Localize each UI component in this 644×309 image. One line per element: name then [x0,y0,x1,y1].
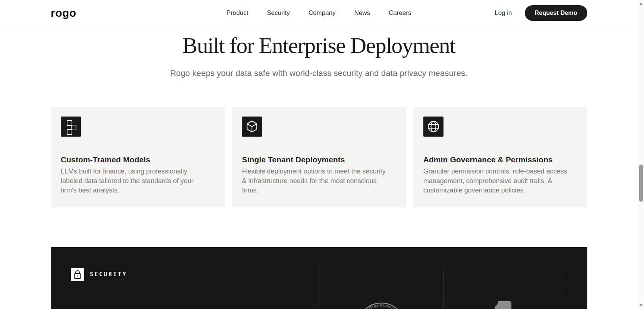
header-actions: Log in Request Demo [495,5,587,21]
card-title: Custom-Trained Models [61,155,215,164]
cube-icon [242,117,262,137]
svg-text:Service Organization Control: Service Organization Control [357,303,405,309]
lock-icon [71,268,84,281]
card-body: Granular permission controls, role-based… [423,167,572,195]
security-section: SECURITY Service Organization Control [51,247,587,309]
model-nodes-icon [61,117,81,137]
nav-item-company[interactable]: Company [309,9,336,17]
security-section-label: SECURITY [90,271,127,278]
certification-badges-box: Service Organization Control [319,268,567,309]
page: rogo Product Security Company News Caree… [0,0,644,309]
cert-logo-cell [443,268,567,309]
nav-item-news[interactable]: News [354,9,370,17]
login-link[interactable]: Log in [495,9,512,17]
top-nav-bar: rogo Product Security Company News Caree… [0,0,638,26]
card-title: Single Tenant Deployments [242,155,396,164]
card-title: Admin Governance & Permissions [423,155,577,164]
request-demo-button[interactable]: Request Demo [525,5,587,21]
nav-item-careers[interactable]: Careers [389,9,411,17]
globe-icon [423,117,443,137]
nav-item-security[interactable]: Security [267,9,290,17]
card-custom-trained-models: Custom-Trained Models LLMs built for fin… [51,107,225,207]
soc-badge-cell: Service Organization Control [319,268,443,309]
main-nav: Product Security Company News Careers [227,9,411,17]
card-single-tenant-deployments: Single Tenant Deployments Flexible deplo… [232,107,406,207]
scrollbar[interactable] [638,0,644,309]
card-admin-governance-permissions: Admin Governance & Permissions Granular … [413,107,587,207]
scroll-up-arrow-icon[interactable] [639,3,643,5]
cert-logo-badge [495,301,512,309]
scroll-down-arrow-icon[interactable] [639,304,643,306]
feature-cards: Custom-Trained Models LLMs built for fin… [51,107,587,207]
soc-seal-text: Service Organization Control [357,303,405,309]
page-subtitle: Rogo keeps your data safe with world-cla… [0,69,638,78]
card-body: LLMs built for finance, using profession… [61,167,210,195]
security-section-header: SECURITY [71,268,127,281]
card-body: Flexible deployment options to meet the … [242,167,391,195]
page-title: Built for Enterprise Deployment [0,33,638,58]
soc-seal-badge: Service Organization Control [353,299,409,309]
nav-item-product[interactable]: Product [227,9,249,17]
logo[interactable]: rogo [51,7,76,19]
scrollbar-thumb[interactable] [639,165,643,202]
